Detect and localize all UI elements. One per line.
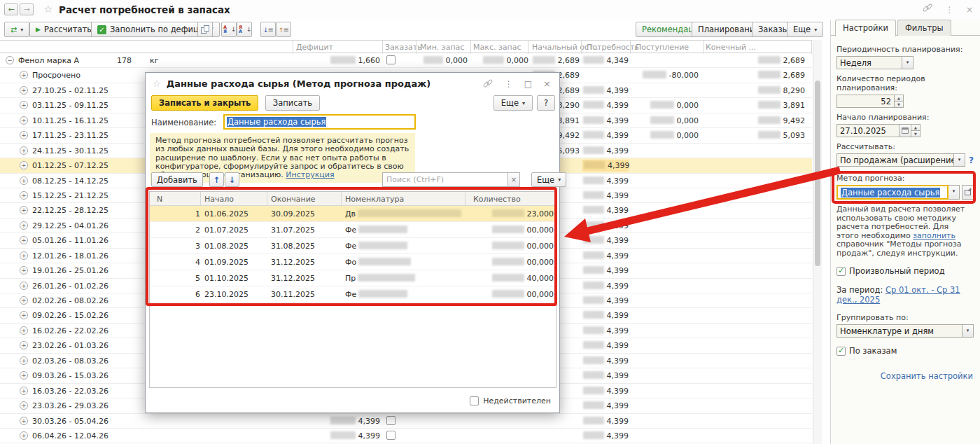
expand-icon[interactable]: + bbox=[20, 86, 28, 95]
favorite-star-icon[interactable]: ☆ bbox=[43, 3, 52, 15]
expand-levels-button[interactable]: ↑≡ bbox=[276, 22, 291, 37]
chevron-down-icon[interactable]: ▾ bbox=[962, 324, 974, 338]
dialog-more-button[interactable]: Еще ▾ bbox=[493, 95, 533, 111]
open-reference-icon[interactable] bbox=[962, 185, 974, 200]
dialog-table-row[interactable]: 501.10.202531.12.2025Пр40,000 bbox=[150, 270, 556, 286]
expand-icon[interactable]: + bbox=[20, 131, 28, 139]
column-header[interactable]: Количество bbox=[473, 195, 521, 204]
sort-asc-button[interactable]: АЯ↓ bbox=[221, 22, 237, 37]
expand-icon[interactable]: + bbox=[20, 326, 28, 335]
column-header[interactable]: Начало bbox=[204, 195, 234, 204]
expand-icon[interactable]: + bbox=[20, 341, 28, 349]
collapse-icon[interactable]: − bbox=[6, 56, 14, 64]
expand-icon[interactable]: + bbox=[20, 417, 28, 425]
help-link[interactable]: ? bbox=[969, 155, 974, 165]
expand-icon[interactable]: + bbox=[20, 146, 28, 155]
views-more-button[interactable]: Еще ▾ bbox=[787, 22, 823, 37]
expand-icon[interactable]: + bbox=[20, 191, 28, 200]
dialog-table-row[interactable]: 301.08.202531.08.2025Фе00,000 bbox=[150, 238, 556, 254]
expand-icon[interactable]: + bbox=[20, 401, 28, 410]
favorite-star-icon[interactable]: ☆ bbox=[153, 78, 161, 89]
order-checkbox[interactable] bbox=[386, 55, 396, 67]
invalid-checkbox[interactable]: Недействителен bbox=[470, 396, 551, 405]
scrollbar-thumb[interactable] bbox=[815, 81, 820, 266]
order-checkbox[interactable] bbox=[386, 416, 396, 427]
collapse-levels-button[interactable]: ↓≡ bbox=[260, 22, 276, 37]
link-icon[interactable] bbox=[923, 4, 933, 13]
expand-icon[interactable]: + bbox=[20, 431, 28, 440]
chevron-down-icon[interactable]: ▾ bbox=[948, 185, 960, 200]
kebab-menu-icon[interactable]: ⋮ bbox=[505, 79, 513, 89]
move-down-button[interactable]: ↓ bbox=[225, 172, 239, 187]
column-header[interactable]: Конечный ... bbox=[706, 43, 756, 52]
column-header[interactable]: Окончание bbox=[271, 195, 316, 204]
expand-icon[interactable]: + bbox=[20, 387, 28, 395]
vertical-scrollbar[interactable] bbox=[813, 40, 822, 444]
forward-button[interactable]: → bbox=[20, 4, 34, 15]
table-row[interactable]: +30.03.26 - 05.04.264,3994,399 bbox=[0, 414, 812, 429]
column-header[interactable]: Номенклатура bbox=[345, 195, 404, 204]
table-more-button[interactable]: Еще ▾ bbox=[531, 172, 566, 187]
column-header[interactable]: Поступление bbox=[636, 43, 689, 52]
expand-icon[interactable]: + bbox=[20, 71, 28, 79]
expand-icon[interactable]: + bbox=[20, 266, 28, 275]
back-button[interactable]: ← bbox=[4, 4, 18, 15]
expand-icon[interactable]: + bbox=[20, 176, 28, 185]
spinner-control[interactable]: ▲▼ bbox=[895, 95, 904, 108]
expand-icon[interactable]: + bbox=[20, 221, 28, 230]
dialog-help-button[interactable]: ? bbox=[537, 95, 555, 111]
chevron-down-icon[interactable]: ▾ bbox=[902, 56, 913, 69]
name-input[interactable]: Данные расхода сырья bbox=[223, 114, 416, 130]
tab-filters[interactable]: Фильтры bbox=[897, 20, 951, 36]
maximize-icon[interactable]: □ bbox=[524, 79, 532, 89]
table-row[interactable]: +06.04.26 - 12.04.264,3994,399 bbox=[0, 429, 812, 443]
column-header[interactable]: Мин. запас bbox=[420, 43, 464, 52]
expand-icon[interactable]: + bbox=[20, 282, 28, 290]
expand-icon[interactable]: + bbox=[20, 311, 28, 319]
spinner-control[interactable]: ▲▼ bbox=[911, 124, 920, 137]
kebab-menu-icon[interactable]: ⋮ bbox=[945, 5, 953, 15]
clear-search-icon[interactable]: × bbox=[508, 172, 520, 187]
calculate-button[interactable]: ▶ Рассчитать bbox=[29, 22, 98, 37]
sort-desc-button[interactable]: ЯА↓ bbox=[237, 22, 252, 37]
dialog-table-row[interactable]: 201.07.202531.07.2025Фе00,000 bbox=[150, 222, 556, 238]
fill-link[interactable]: заполнить bbox=[913, 231, 955, 240]
close-icon[interactable]: × bbox=[966, 5, 973, 15]
expand-icon[interactable]: + bbox=[20, 371, 28, 380]
calendar-icon[interactable] bbox=[899, 124, 911, 137]
tab-settings[interactable]: Настройки bbox=[835, 20, 896, 36]
planning-start-input[interactable]: 27.10.2025 bbox=[836, 124, 899, 137]
dialog-table-row[interactable]: 623.10.202530.11.2025Фе00,000 bbox=[150, 286, 556, 303]
save-and-close-button[interactable]: Записать и закрыть bbox=[151, 95, 258, 111]
group-by-select[interactable]: Номенклатуре и дням bbox=[836, 324, 962, 338]
expand-icon[interactable]: + bbox=[20, 116, 28, 125]
expand-icon[interactable]: + bbox=[20, 101, 28, 109]
dialog-table-row[interactable]: 101.06.202530.09.2025Дв23,000 bbox=[150, 206, 556, 222]
periodicity-select[interactable]: Неделя bbox=[836, 56, 902, 69]
column-header[interactable]: N bbox=[157, 195, 162, 204]
column-header[interactable]: Макс. запас bbox=[473, 43, 522, 52]
save-settings-link[interactable]: Сохранить настройки bbox=[881, 371, 973, 381]
column-header[interactable]: Потребность bbox=[587, 43, 639, 52]
expand-icon[interactable]: + bbox=[20, 296, 28, 305]
expand-icon[interactable]: + bbox=[20, 236, 28, 244]
forecast-method-input[interactable]: Данные расхода сырья bbox=[836, 185, 948, 200]
expand-icon[interactable]: + bbox=[20, 356, 28, 365]
link-icon[interactable] bbox=[483, 80, 493, 88]
expand-icon[interactable]: + bbox=[20, 251, 28, 260]
copy-button[interactable] bbox=[197, 22, 213, 37]
calculate-by-select[interactable]: По продажам (расширение) bbox=[836, 153, 954, 167]
search-input[interactable]: Поиск (Ctrl+F) bbox=[382, 172, 508, 187]
table-row[interactable]: −Фенол марка А178кг1,6600,0000,0002,6894… bbox=[0, 53, 812, 68]
periods-count-input[interactable]: 52 bbox=[836, 95, 895, 108]
close-icon[interactable]: × bbox=[543, 78, 551, 89]
expand-icon[interactable]: + bbox=[20, 206, 28, 214]
chevron-down-icon[interactable]: ▾ bbox=[954, 153, 965, 167]
move-up-button[interactable]: ↑ bbox=[209, 172, 224, 187]
custom-period-checkbox[interactable]: Произвольный период bbox=[836, 266, 973, 276]
save-button[interactable]: Записать bbox=[265, 95, 320, 111]
expand-icon[interactable]: + bbox=[20, 161, 28, 169]
column-header[interactable]: Дефицит bbox=[296, 43, 333, 52]
by-orders-checkbox[interactable]: По заказам bbox=[836, 346, 973, 356]
report-variants-button[interactable]: ⇄ ▾ bbox=[4, 22, 29, 37]
